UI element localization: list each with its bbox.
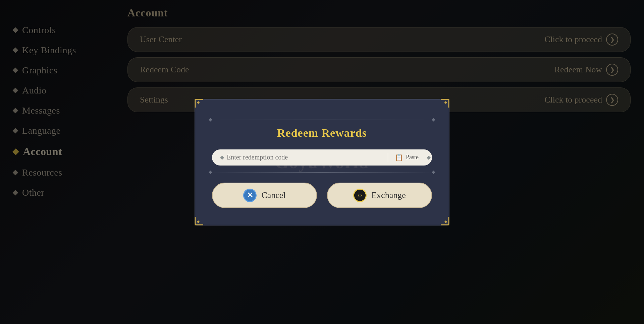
input-divider [388,153,388,162]
modal-backdrop: Redeem Rewards GoyuWorld ◆ 📋 Paste ◆ ✕ C… [0,0,644,324]
svg-rect-1 [444,101,447,104]
paste-button[interactable]: 📋 Paste [392,151,424,164]
redemption-input-row: ◆ 📋 Paste ◆ [212,149,432,166]
cancel-icon: ✕ [243,189,257,202]
modal-divider-bottom [212,172,432,173]
modal-button-row: ✕ Cancel ○ Exchange [212,183,432,208]
exchange-icon: ○ [353,189,367,202]
paste-label: Paste [406,154,419,161]
input-left-diamond: ◆ [220,154,224,160]
exchange-label: Exchange [371,190,406,200]
corner-tl [195,99,204,108]
svg-rect-2 [197,220,200,223]
corner-tr [440,99,449,108]
redemption-code-input[interactable] [227,153,384,161]
cancel-button[interactable]: ✕ Cancel [212,183,317,208]
exchange-button[interactable]: ○ Exchange [327,183,432,208]
modal-divider-top [212,120,432,120]
corner-br [440,216,449,225]
corner-bl [195,216,204,225]
svg-rect-0 [197,101,200,104]
paste-icon: 📋 [395,153,403,161]
cancel-label: Cancel [261,190,285,200]
redeem-modal: Redeem Rewards GoyuWorld ◆ 📋 Paste ◆ ✕ C… [195,99,449,225]
input-right-diamond: ◆ [427,154,431,160]
svg-rect-3 [444,220,447,223]
modal-title: Redeem Rewards [212,127,432,139]
